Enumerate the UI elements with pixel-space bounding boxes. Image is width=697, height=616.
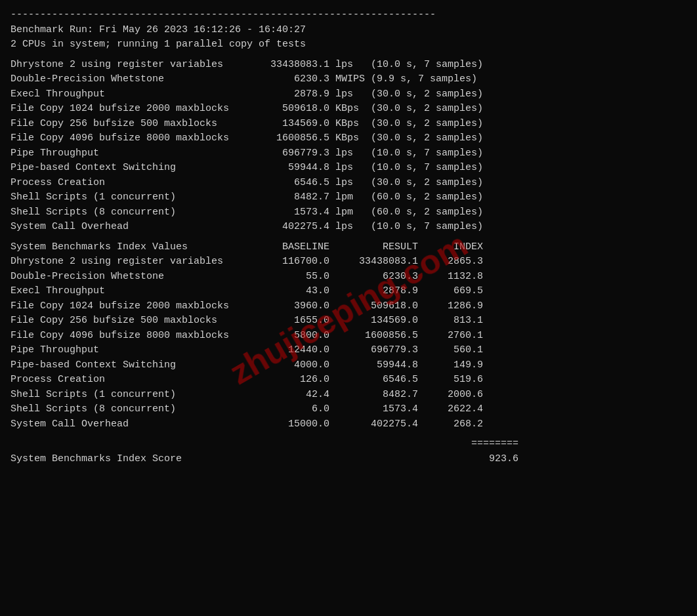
metric-line: Process Creation 6546.5 lps (30.0 s, 2 s… xyxy=(11,176,686,191)
metrics-section: Dhrystone 2 using register variables 334… xyxy=(11,58,686,235)
index-table-row: Process Creation 126.0 6546.5 519.6 xyxy=(11,373,686,388)
metric-line: Pipe-based Context Switching 59944.8 lps… xyxy=(11,161,686,176)
index-table-row: Shell Scripts (1 concurrent) 42.4 8482.7… xyxy=(11,388,686,403)
score-section: ========System Benchmarks Index Score 92… xyxy=(11,437,686,466)
index-table-row: File Copy 1024 bufsize 2000 maxblocks 39… xyxy=(11,299,686,314)
score-line: System Benchmarks Index Score 923.6 xyxy=(11,452,686,467)
index-table-header: System Benchmarks Index Values BASELINE … xyxy=(11,240,686,255)
index-table-row: Execl Throughput 43.0 2878.9 669.5 xyxy=(11,284,686,299)
index-table-row: File Copy 256 bufsize 500 maxblocks 1655… xyxy=(11,314,686,329)
metric-line: System Call Overhead 402275.4 lps (10.0 … xyxy=(11,220,686,235)
index-table-row: Pipe-based Context Switching 4000.0 5994… xyxy=(11,358,686,373)
index-table-section: System Benchmarks Index Values BASELINE … xyxy=(11,240,686,432)
index-table-row: Shell Scripts (8 concurrent) 6.0 1573.4 … xyxy=(11,402,686,417)
terminal-content: ----------------------------------------… xyxy=(11,8,686,466)
metric-line: Execl Throughput 2878.9 lps (30.0 s, 2 s… xyxy=(11,87,686,102)
index-table-row: Dhrystone 2 using register variables 116… xyxy=(11,255,686,270)
metric-line: Double-Precision Whetstone 6230.3 MWIPS … xyxy=(11,72,686,87)
metric-line: File Copy 256 bufsize 500 maxblocks 1345… xyxy=(11,117,686,132)
separator-top: ----------------------------------------… xyxy=(11,8,686,23)
header-line1: Benchmark Run: Fri May 26 2023 16:12:26 … xyxy=(11,23,686,38)
header-section: Benchmark Run: Fri May 26 2023 16:12:26 … xyxy=(11,23,686,52)
index-table-row: System Call Overhead 15000.0 402275.4 26… xyxy=(11,417,686,432)
index-table-row: Pipe Throughput 12440.0 696779.3 560.1 xyxy=(11,343,686,358)
metric-line: File Copy 4096 bufsize 8000 maxblocks 16… xyxy=(11,131,686,146)
header-line2: 2 CPUs in system; running 1 parallel cop… xyxy=(11,37,686,52)
metric-line: Shell Scripts (8 concurrent) 1573.4 lpm … xyxy=(11,205,686,220)
metric-line: Dhrystone 2 using register variables 334… xyxy=(11,58,686,73)
metric-line: File Copy 1024 bufsize 2000 maxblocks 50… xyxy=(11,102,686,117)
score-separator: ======== xyxy=(11,437,686,452)
index-table-row: Double-Precision Whetstone 55.0 6230.3 1… xyxy=(11,270,686,285)
index-table-row: File Copy 4096 bufsize 8000 maxblocks 58… xyxy=(11,329,686,344)
metric-line: Pipe Throughput 696779.3 lps (10.0 s, 7 … xyxy=(11,146,686,161)
metric-line: Shell Scripts (1 concurrent) 8482.7 lpm … xyxy=(11,190,686,205)
